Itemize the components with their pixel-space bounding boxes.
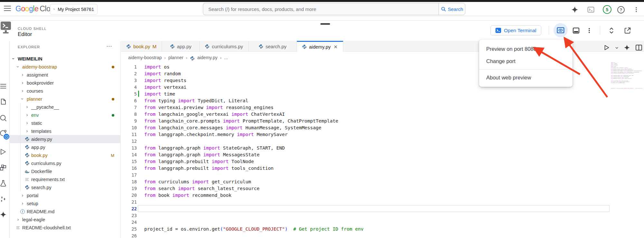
toggle-panel-icon[interactable]	[571, 25, 581, 36]
tree-item-templates[interactable]: ›templates	[10, 127, 121, 135]
py-file-icon	[24, 137, 30, 142]
txt-file-icon	[24, 177, 30, 182]
main-menu-icon[interactable]	[4, 6, 11, 11]
code-line-21[interactable]: 21	[121, 198, 644, 205]
code-line-18[interactable]: 18from curriculums import get_curriculum	[121, 178, 644, 185]
tab-app-py[interactable]: app.py	[162, 41, 200, 52]
menu-item-about-web-preview[interactable]: About web preview	[479, 71, 573, 84]
menu-icon[interactable]	[0, 82, 7, 90]
tab-search-py[interactable]: search.py	[249, 41, 297, 52]
tab-book-py[interactable]: book.pyM	[121, 41, 162, 52]
tree-item-readme-md[interactable]: iREADME.md	[10, 207, 121, 215]
run-debug-icon[interactable]	[0, 148, 7, 156]
tree-item-search-py[interactable]: search.py	[10, 183, 121, 191]
explorer-files-icon[interactable]	[0, 98, 7, 106]
tree-item-requirements-txt[interactable]: requirements.txt	[10, 175, 121, 183]
free-trial-status-badge[interactable]: 5	[603, 5, 611, 14]
tree-item-curriculums-py[interactable]: curriculums.py	[10, 159, 121, 167]
menu-item-change-port[interactable]: Change port	[479, 55, 573, 67]
explorer-more-actions-icon[interactable]: ⋯	[106, 43, 113, 50]
tree-item-aidemy-boostrap[interactable]: ›aidemy-boostrap	[10, 63, 121, 71]
close-icon[interactable]: ✕	[334, 44, 338, 50]
code-line-20[interactable]: 20from book import recommend_book	[121, 192, 644, 198]
search-button[interactable]: Search	[439, 3, 465, 15]
gemini-editor-sparkle-icon[interactable]	[623, 44, 630, 51]
tree-item-static[interactable]: ›static	[10, 119, 121, 127]
project-selector[interactable]: My Project 58761	[50, 4, 98, 15]
tree-item-weimeilin[interactable]: ›WEIMEILIN	[10, 55, 121, 63]
sparkle-icon[interactable]	[0, 211, 7, 218]
code-line-26[interactable]: 26	[121, 232, 644, 238]
gemini-sparkle-icon[interactable]	[570, 5, 579, 14]
collapse-expand-icon[interactable]	[606, 25, 617, 36]
tab-aidemy-py[interactable]: aidemy.py✕	[297, 41, 343, 52]
open-in-new-icon[interactable]	[622, 25, 633, 36]
tab-label: book.py	[133, 44, 150, 49]
tree-item-assigment[interactable]: ›assigment	[10, 71, 121, 79]
tree-item-dockerfile[interactable]: Dockerfile	[10, 167, 121, 175]
history-clock-badge[interactable]	[3, 133, 10, 140]
code-line-14[interactable]: 14from langgraph.graph import MessagesSt…	[121, 151, 644, 158]
git-status-dot	[112, 64, 114, 69]
tree-item-book-py[interactable]: book.pyM	[10, 151, 121, 159]
tree-item--pycache-[interactable]: ›__pycache__	[10, 103, 121, 111]
breadcrumb-item[interactable]: aidemy.py	[197, 55, 218, 60]
tree-item-planner[interactable]: ›planner	[10, 95, 121, 103]
svg-text:?: ?	[620, 7, 622, 12]
code-line-13[interactable]: 13from langgraph.graph import StateGraph…	[121, 144, 644, 151]
global-search-input[interactable]	[203, 3, 439, 15]
panel-drag-handle[interactable]	[320, 23, 330, 25]
editor-more-options-icon[interactable]	[584, 25, 594, 36]
help-icon[interactable]: ?	[616, 5, 625, 14]
tab-curriculums-py[interactable]: curriculums.py	[200, 41, 249, 52]
breadcrumb-item[interactable]: ...	[224, 55, 228, 60]
breadcrumb-separator: ›	[186, 55, 187, 60]
code-line-15[interactable]: 15from langgraph.prebuilt import ToolNod…	[121, 158, 644, 165]
code-line-24[interactable]: 24	[121, 219, 644, 225]
tree-item-readme-cloudshell-txt[interactable]: README-cloudshell.txt	[10, 224, 121, 232]
code-line-16[interactable]: 16from langgraph.prebuilt import tools_c…	[121, 165, 644, 171]
code-line-10[interactable]: 10from langchain_core.messages import Hu…	[121, 124, 644, 131]
code-line-12[interactable]: 12	[121, 138, 644, 144]
code-area[interactable]: 1import os2import random3import requests…	[121, 63, 644, 238]
code-line-7[interactable]: 7from vertexai.preview import reasoning_…	[121, 104, 644, 111]
tree-item-courses[interactable]: ›courses	[10, 87, 121, 95]
code-line-6[interactable]: 6from typing import TypedDict, Literal	[121, 97, 644, 104]
code-line-25[interactable]: 25project_id = os.environ.get("GOOGLE_CL…	[121, 225, 644, 232]
code-line-23[interactable]: 23	[121, 212, 644, 219]
tree-item-label: WEIMEILIN	[18, 56, 43, 61]
tree-item-setup[interactable]: ›setup	[10, 199, 121, 207]
tree-item-aidemy-py[interactable]: aidemy.py	[10, 135, 121, 143]
tree-item-label: README-cloudshell.txt	[22, 225, 71, 230]
code-line-5[interactable]: 5import time	[121, 90, 644, 97]
code-line-9[interactable]: 9from langchain_core.prompts import Prom…	[121, 117, 644, 124]
more-options-icon[interactable]	[632, 5, 641, 14]
breadcrumb[interactable]: aidemy-boostrap›planner›aidemy.py›...	[128, 55, 228, 60]
tree-item-env[interactable]: ›env	[10, 111, 121, 119]
code-line-19[interactable]: 19from search import search_latest_resou…	[121, 185, 644, 192]
breadcrumb-item[interactable]: aidemy-boostrap	[128, 55, 162, 60]
code-line-26	[611, 89, 643, 90]
run-dropdown-chevron-icon[interactable]	[615, 46, 619, 50]
split-editor-icon[interactable]	[635, 44, 643, 51]
tree-item-bookprovider[interactable]: ›bookprovider	[10, 79, 121, 87]
code-line-8[interactable]: 8from langchain_google_vertexai import C…	[121, 111, 644, 117]
test-beaker-icon[interactable]	[0, 179, 7, 187]
menu-item-preview-on-port[interactable]: Preview on port 8080	[479, 43, 573, 55]
run-file-icon[interactable]	[603, 44, 610, 51]
txt-file-icon	[15, 225, 21, 230]
minimap[interactable]: import osimport randomimport requestsimp…	[611, 62, 643, 235]
breadcrumb-item[interactable]: planner	[168, 55, 184, 60]
tree-item-legal-eagle[interactable]: ›legal-eagle	[10, 215, 121, 224]
search-panel-icon[interactable]	[0, 114, 7, 122]
gemini-code-assist-icon[interactable]	[0, 195, 7, 203]
tree-item-portal[interactable]: ›portal	[10, 191, 121, 199]
web-preview-button[interactable]	[554, 23, 568, 37]
extensions-icon[interactable]	[0, 164, 7, 172]
code-line-11[interactable]: 11from langgraph.checkpoint.memory impor…	[121, 131, 644, 138]
open-terminal-button[interactable]: Open Terminal	[490, 25, 541, 35]
tree-item-app-py[interactable]: app.py	[10, 143, 121, 151]
code-line-17[interactable]: 17	[121, 171, 644, 178]
code-line-22[interactable]: 22	[121, 205, 644, 212]
cloud-shell-activate-icon[interactable]	[586, 5, 595, 14]
